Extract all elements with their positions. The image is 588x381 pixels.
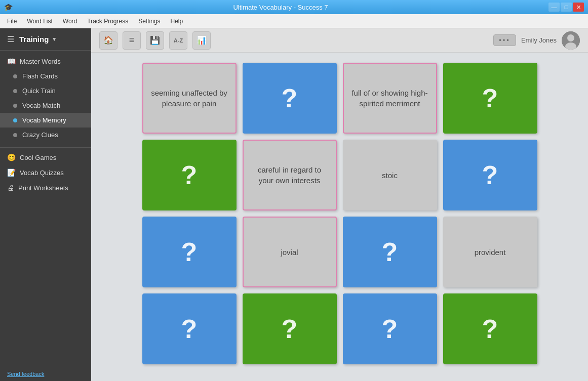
chart-icon: 📊 bbox=[197, 35, 207, 45]
card-8-question: ? bbox=[482, 157, 498, 194]
card-5[interactable]: ? bbox=[142, 140, 237, 210]
card-7-text: stoic bbox=[382, 170, 398, 181]
menu-help[interactable]: Help bbox=[166, 16, 188, 27]
save-icon: 💾 bbox=[150, 35, 160, 45]
app-icon: 🎓 bbox=[4, 3, 13, 11]
sidebar-label-flash-cards: Flash Cards bbox=[22, 72, 58, 80]
bullet-flash-cards bbox=[13, 74, 17, 78]
sidebar-item-crazy-clues[interactable]: Crazy Clues bbox=[0, 128, 91, 142]
sidebar-item-master-words[interactable]: 📖 Master Words bbox=[0, 54, 91, 69]
user-avatar bbox=[562, 31, 580, 50]
card-6-text: careful in regard to your own interests bbox=[250, 164, 330, 186]
sidebar-item-vocab-match[interactable]: Vocab Match bbox=[0, 98, 91, 113]
sidebar-title: Training bbox=[19, 35, 49, 44]
card-2[interactable]: ? bbox=[243, 63, 337, 134]
window-controls: — □ ✕ bbox=[548, 3, 584, 12]
card-15-question: ? bbox=[382, 311, 398, 348]
app-body: ☰ Training ▼ 📖 Master Words Flash Cards … bbox=[0, 28, 588, 381]
card-2-question: ? bbox=[282, 80, 298, 117]
sidebar-item-print-worksheets[interactable]: 🖨 Print Worksheets bbox=[0, 180, 91, 195]
sidebar-label-quick-train: Quick Train bbox=[22, 87, 56, 95]
menu-word-list[interactable]: Word List bbox=[22, 16, 57, 27]
game-area: seeming unaffected by pleasure or pain ?… bbox=[91, 53, 588, 381]
user-name: Emily Jones bbox=[521, 36, 557, 44]
sidebar-label-cool-games: Cool Games bbox=[20, 154, 56, 161]
toolbar-right: ••• Emily Jones bbox=[493, 31, 580, 50]
card-12[interactable]: provident bbox=[443, 217, 537, 287]
menu-bar: File Word List Word Track Progress Setti… bbox=[0, 14, 588, 28]
card-14-question: ? bbox=[282, 311, 298, 348]
print-icon: 🖨 bbox=[7, 184, 14, 192]
sidebar-item-vocab-quizzes[interactable]: 📝 Vocab Quizzes bbox=[0, 165, 91, 180]
chart-button[interactable]: 📊 bbox=[192, 31, 211, 50]
title-bar: 🎓 Ultimate Vocabulary - Success 7 — □ ✕ bbox=[0, 0, 588, 14]
card-4[interactable]: ? bbox=[443, 63, 537, 134]
sidebar-divider-1 bbox=[0, 147, 91, 148]
window-title: Ultimate Vocabulary - Success 7 bbox=[13, 4, 548, 11]
menu-word[interactable]: Word bbox=[58, 16, 82, 27]
sidebar-label-vocab-memory: Vocab Memory bbox=[22, 116, 66, 124]
sidebar: ☰ Training ▼ 📖 Master Words Flash Cards … bbox=[0, 28, 91, 381]
sidebar-label-vocab-match: Vocab Match bbox=[22, 102, 60, 109]
card-6[interactable]: careful in regard to your own interests bbox=[243, 140, 337, 210]
card-13-question: ? bbox=[181, 311, 198, 348]
list-icon: ≡ bbox=[129, 35, 135, 46]
dropdown-arrow-icon: ▼ bbox=[52, 36, 57, 42]
sidebar-label-crazy-clues: Crazy Clues bbox=[22, 131, 58, 139]
minimize-button[interactable]: — bbox=[548, 3, 560, 12]
maximize-button[interactable]: □ bbox=[561, 3, 572, 12]
az-button[interactable]: A-Z bbox=[169, 31, 187, 50]
card-15[interactable]: ? bbox=[343, 293, 437, 364]
card-8[interactable]: ? bbox=[443, 140, 537, 210]
home-button[interactable]: 🏠 bbox=[99, 31, 117, 50]
card-10[interactable]: jovial bbox=[243, 217, 337, 287]
svg-point-1 bbox=[567, 34, 574, 41]
az-icon: A-Z bbox=[174, 37, 183, 44]
main-content: 🏠 ≡ 💾 A-Z 📊 ••• Emily Jones bbox=[91, 28, 588, 381]
card-7[interactable]: stoic bbox=[343, 140, 437, 210]
sidebar-section-training: 📖 Master Words Flash Cards Quick Train V… bbox=[0, 51, 91, 145]
bullet-crazy-clues bbox=[13, 133, 17, 137]
sidebar-item-vocab-memory[interactable]: Vocab Memory bbox=[0, 113, 91, 128]
card-16[interactable]: ? bbox=[443, 293, 537, 364]
card-12-text: provident bbox=[475, 247, 506, 258]
bullet-quick-train bbox=[13, 89, 17, 93]
card-4-question: ? bbox=[482, 80, 498, 117]
card-16-question: ? bbox=[482, 311, 498, 348]
card-1[interactable]: seeming unaffected by pleasure or pain bbox=[142, 63, 237, 134]
card-3-text: full of or showing high-spirited merrime… bbox=[350, 88, 430, 109]
menu-file[interactable]: File bbox=[2, 16, 22, 27]
card-5-question: ? bbox=[181, 157, 198, 194]
card-14[interactable]: ? bbox=[243, 293, 337, 364]
save-button[interactable]: 💾 bbox=[146, 31, 164, 50]
sidebar-label-vocab-quizzes: Vocab Quizzes bbox=[20, 169, 64, 177]
card-10-text: jovial bbox=[281, 247, 298, 258]
menu-track-progress[interactable]: Track Progress bbox=[82, 16, 133, 27]
more-button[interactable]: ••• bbox=[493, 34, 516, 46]
toolbar-nav-icons: 🏠 ≡ 💾 A-Z 📊 bbox=[99, 31, 211, 50]
card-11-question: ? bbox=[382, 234, 398, 271]
quiz-icon: 📝 bbox=[7, 168, 16, 177]
book-icon: 📖 bbox=[7, 57, 16, 65]
send-feedback-link[interactable]: Send feedback bbox=[0, 367, 91, 381]
menu-settings[interactable]: Settings bbox=[133, 16, 165, 27]
sidebar-item-quick-train[interactable]: Quick Train bbox=[0, 83, 91, 98]
sidebar-header[interactable]: ☰ Training ▼ bbox=[0, 28, 91, 51]
close-button[interactable]: ✕ bbox=[573, 3, 584, 12]
hamburger-icon: ☰ bbox=[7, 34, 14, 44]
card-11[interactable]: ? bbox=[343, 217, 437, 287]
card-1-text: seeming unaffected by pleasure or pain bbox=[149, 88, 229, 109]
card-13[interactable]: ? bbox=[142, 293, 237, 364]
sidebar-item-flash-cards[interactable]: Flash Cards bbox=[0, 69, 91, 83]
card-9[interactable]: ? bbox=[142, 217, 237, 287]
smiley-icon: 😊 bbox=[7, 153, 16, 161]
cards-grid: seeming unaffected by pleasure or pain ?… bbox=[142, 63, 537, 364]
sidebar-label-master-words: Master Words bbox=[20, 58, 61, 65]
sidebar-item-cool-games[interactable]: 😊 Cool Games bbox=[0, 150, 91, 165]
card-9-question: ? bbox=[181, 234, 198, 271]
card-3[interactable]: full of or showing high-spirited merrime… bbox=[343, 63, 437, 134]
home-icon: 🏠 bbox=[103, 35, 113, 45]
toolbar: 🏠 ≡ 💾 A-Z 📊 ••• Emily Jones bbox=[91, 28, 588, 53]
bullet-vocab-memory bbox=[13, 118, 17, 122]
list-button[interactable]: ≡ bbox=[123, 31, 141, 50]
